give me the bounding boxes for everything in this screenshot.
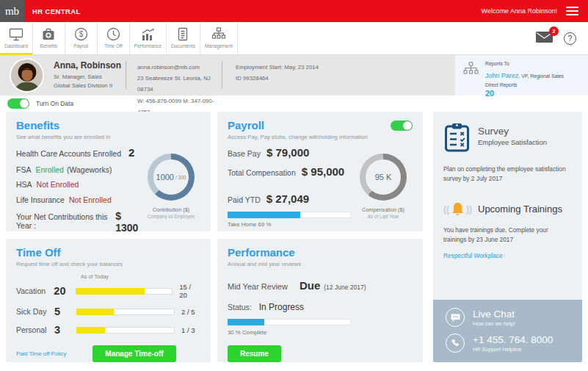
performance-icon — [139, 27, 156, 41]
employee-contact: anna.robinson@mb.com 23 Seabreeze St. Le… — [126, 55, 222, 96]
support-phone-subtitle: HR Support Helpline — [473, 346, 553, 353]
reports-to-link[interactable]: John Parez — [485, 72, 519, 79]
management-icon — [211, 27, 226, 41]
mid-year-review-row: Mid Year Review Due (12 June 2017) — [228, 279, 413, 292]
payroll-toggle[interactable] — [391, 120, 413, 131]
performance-card: Performance Annual and mid year reviews … — [217, 239, 423, 362]
percent-complete-label: 30 % Complete — [228, 329, 413, 336]
employee-role: Sr. Manager, Sales — [54, 73, 126, 80]
sickday-bar — [76, 309, 175, 315]
hamburger-menu-icon[interactable] — [566, 5, 578, 18]
trainings-body: You have trainings due. Complete your tr… — [443, 226, 572, 245]
nav-item-payroll[interactable]: $ Payroll — [65, 22, 98, 54]
turn-on-data-toggle[interactable] — [7, 98, 29, 109]
compensation-caption: Compensation ($) — [362, 206, 404, 213]
direct-reports-label: Direct Reports — [485, 82, 564, 87]
documents-icon — [176, 27, 189, 41]
employee-email: anna.robinson@mb.com — [137, 62, 222, 73]
direct-reports-count[interactable]: 20 — [485, 89, 564, 98]
fsa-status: Enrolled — [35, 165, 64, 174]
contribution-donut-chart: 1000 / 300 — [148, 154, 195, 201]
employee-address: 23 Seabreeze St. Leonia, NJ 08734 — [137, 73, 222, 95]
vacation-row: Vacation 20 15 / 20 — [16, 283, 200, 299]
survey-title: Survey — [478, 126, 547, 137]
take-home-label: Take Home 69 % — [228, 221, 354, 228]
manage-timeoff-button[interactable]: Manage Time-off — [92, 345, 175, 362]
top-bar: mb HR CENTRAL Welcome Anna Robinson! — [0, 0, 588, 22]
live-chat-title: Live Chat — [473, 309, 515, 320]
nav-item-performance[interactable]: Performance — [130, 22, 167, 54]
reports-to-label: Reports To — [485, 61, 564, 66]
dashboard-cards: Benefits See what benefits you are enrol… — [0, 112, 588, 371]
base-pay-value: $ 79,000 — [266, 146, 309, 159]
timeoff-subtitle: Request time off and check your balances — [16, 261, 200, 267]
hca-count: 2 — [128, 146, 134, 159]
as-of-label: As of Today — [81, 273, 200, 280]
welcome-message: Welcome Anna Robinson! — [482, 7, 557, 15]
payroll-subtitle: Access Pay, Pay stubs, change withholdin… — [228, 134, 413, 140]
survey-clipboard-icon — [443, 122, 471, 156]
status-row: Status: In Progress — [228, 302, 413, 312]
nav-utilities: 2 ? — [536, 22, 588, 54]
payroll-icon: $ — [74, 27, 88, 41]
hca-row: Health Care Accounts Enrolled 2 — [16, 146, 142, 159]
payroll-title: Payroll — [228, 119, 264, 132]
base-pay-row: Base Pay $ 79,000 — [228, 146, 354, 159]
contribution-subcaption: Company vs Employee — [148, 214, 195, 219]
live-chat-row[interactable]: Live Chat How can we help! — [446, 308, 582, 327]
paid-ytd-row: Paid YTD $ 27,049 — [228, 192, 354, 205]
sickday-fraction: 2 / 5 — [181, 308, 195, 316]
sickday-total: 5 — [54, 306, 76, 317]
total-compensation-row: Total Compensation $ 95,000 — [228, 165, 354, 178]
benefits-title: Benefits — [16, 119, 200, 132]
performance-title: Performance — [228, 246, 413, 259]
survey-subtitle: Employee Satisfaction — [478, 138, 547, 146]
unread-count-badge: 2 — [549, 26, 559, 36]
vacation-total: 20 — [54, 285, 76, 297]
trainings-title: Upcoming Trainings — [478, 203, 562, 215]
compensation-subcaption: As of Last Year — [368, 214, 399, 219]
review-progress-bar — [228, 319, 351, 325]
support-phone-row[interactable]: +1 455. 764. 8000 HR Support Helpline — [446, 334, 582, 353]
live-chat-panel: Live Chat How can we help! +1 455. 764. … — [433, 300, 582, 362]
personal-row: Personal 3 1 / 3 — [16, 324, 200, 336]
hsa-status: Not Enrolled — [37, 180, 79, 189]
respectful-workplace-link[interactable]: Respectful Workplace — [443, 252, 572, 259]
nav-item-dashboard[interactable]: Dashboard — [0, 22, 33, 54]
chat-bubble-icon — [446, 308, 465, 327]
messages-button[interactable]: 2 — [536, 32, 553, 46]
benefits-icon — [41, 27, 56, 41]
help-button[interactable]: ? — [564, 32, 576, 45]
nav-item-timeoff[interactable]: Time Off — [98, 22, 130, 54]
toggle-label: Turn On Data — [36, 100, 73, 107]
benefits-card: Benefits See what benefits you are enrol… — [6, 112, 211, 231]
avatar — [10, 58, 44, 93]
take-home-progress-bar — [228, 212, 351, 218]
company-logo: mb — [0, 0, 24, 22]
nav-item-benefits[interactable]: Benefits — [33, 22, 65, 54]
employee-info-bar: Anna, Robinson Sr. Manager, Sales Global… — [0, 55, 588, 96]
hr-dashboard: mb HR CENTRAL Welcome Anna Robinson! Das… — [0, 0, 588, 371]
dashboard-icon — [9, 27, 23, 41]
resume-button[interactable]: Resume — [228, 345, 281, 362]
total-compensation-value: $ 95,000 — [302, 165, 344, 178]
employee-name: Anna, Robinson — [54, 60, 126, 71]
sickday-row: Sick Day 5 2 / 5 — [16, 306, 200, 317]
paid-ytd-value: $ 27,049 — [266, 192, 309, 205]
nav-item-documents[interactable]: Documents — [167, 22, 200, 54]
time-off-icon — [106, 27, 120, 41]
reports-to-title: , VP, Regional Sales — [519, 73, 564, 79]
fsa-row: FSA Enrolled (Wageworks) — [16, 165, 142, 174]
life-insurance-row: Life Insurance Not Enrolled — [16, 195, 142, 204]
due-flag: Due — [300, 279, 320, 292]
net-contributions-value: $ 1300 — [115, 210, 142, 234]
nav-item-management[interactable]: Management — [200, 22, 238, 54]
paid-timeoff-policy-link[interactable]: Paid Time off Policy — [16, 350, 66, 357]
personal-bar — [76, 327, 175, 334]
contribution-caption: Contribution ($) — [153, 206, 189, 213]
support-phone-number: +1 455. 764. 8000 — [473, 334, 553, 345]
main-nav: Dashboard Benefits $ Payroll — [0, 22, 588, 55]
performance-subtitle: Annual and mid year reviews — [228, 261, 413, 267]
personal-fraction: 1 / 3 — [181, 326, 195, 334]
org-chart-icon — [462, 61, 479, 96]
